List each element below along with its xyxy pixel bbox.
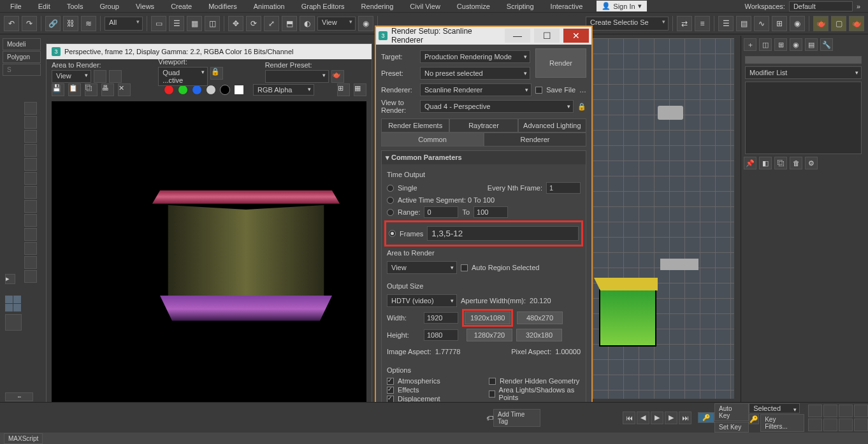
util4-icon[interactable] [24,242,37,255]
nth-frame-spinner[interactable]: 1 [546,182,581,194]
tab-s[interactable]: S [3,64,41,76]
object-color-swatch[interactable] [745,56,862,64]
tab-polygon[interactable]: Polygon [3,51,41,63]
mono-channel-toggle[interactable] [220,85,230,95]
unlink-button[interactable]: ⛓ [63,16,78,31]
util5-icon[interactable] [24,256,37,269]
mirror-button[interactable]: ⇄ [677,16,692,31]
max-toggle-icon[interactable] [854,419,868,431]
size-preset-dropdown[interactable]: HDTV (video) [387,294,457,307]
align-button[interactable]: ≡ [695,16,710,31]
lights-icon[interactable] [24,130,37,143]
tab-common[interactable]: Common [381,132,484,147]
pan-icon[interactable] [808,405,822,417]
renderer-dropdown[interactable]: Scanline Renderer [420,83,532,96]
toggle-ui-button[interactable]: ⊞ [337,83,350,96]
key-mode-toggle[interactable]: 🔑 [698,412,714,423]
systems-icon[interactable] [24,186,37,199]
render-setup-button[interactable]: 🫖 [813,16,828,31]
height-spinner[interactable]: 1080 [424,329,458,341]
save-file-checkbox[interactable] [535,87,542,94]
cameras-icon[interactable] [24,144,37,157]
key-filters-button[interactable]: Key Filters... [760,414,804,432]
menu-file[interactable]: File [3,1,29,11]
cb-displacement[interactable] [387,396,394,403]
swatch-toggle[interactable] [234,85,244,95]
undo-button[interactable]: ↶ [4,16,19,31]
radio-range[interactable] [387,209,394,216]
red-channel-toggle[interactable] [164,85,174,95]
menu-tools[interactable]: Tools [59,1,91,11]
frames-input[interactable] [427,226,579,241]
teapot-render-icon[interactable]: 🫖 [331,70,344,83]
viewport-area[interactable] [593,38,734,399]
maximize-button[interactable]: ☐ [534,29,560,43]
green-channel-toggle[interactable] [178,85,188,95]
modifier-list-dropdown[interactable]: Modifier List [745,66,862,79]
curve-editor-button[interactable]: ∿ [754,16,769,31]
mini-bar-1[interactable]: ┉ [5,392,33,401]
scene-object-box[interactable] [599,289,656,347]
rf-titlebar[interactable]: 3 Perspective, frame 12, Display Gamma: … [47,44,372,59]
selection-filter-dropdown[interactable]: All [105,17,143,31]
preset-480x270[interactable]: 480x270 [517,312,563,324]
remove-modifier-icon[interactable]: 🗑 [790,157,802,169]
sign-in-button[interactable]: 👤 Sign In ▾ [597,1,646,11]
menu-create[interactable]: Create [163,1,199,11]
zoom-icon[interactable] [823,405,837,417]
util1-icon[interactable] [24,200,37,213]
preset-1280x720[interactable]: 1280x720 [467,329,512,341]
radio-single[interactable] [387,185,394,192]
set-key-icon[interactable]: 🔑 [749,414,759,424]
schematic-view-button[interactable]: ⊞ [772,16,787,31]
tab-raytracer[interactable]: Raytracer [449,118,517,132]
print-img-button[interactable]: 🖶 [101,83,114,96]
utilities-panel-icon[interactable]: 🔧 [820,38,833,51]
viewport-layout-other[interactable] [5,314,22,331]
select-by-name-button[interactable]: ☰ [169,16,184,31]
range-from-spinner[interactable]: 0 [424,206,458,218]
menu-interactive[interactable]: Interactive [543,1,591,11]
area-to-render-dropdown[interactable]: View [52,70,91,83]
menu-modifiers[interactable]: Modifiers [201,1,245,11]
util3-icon[interactable] [24,228,37,241]
window-crossing-button[interactable]: ◫ [205,16,220,31]
lock-viewport-button[interactable]: 🔒 [210,67,223,80]
auto-region-checkbox[interactable] [461,264,468,271]
edit-region-button[interactable] [94,70,106,83]
use-pivot-button[interactable]: ◉ [358,16,373,31]
expand-arrow-icon[interactable]: ▸ [5,274,15,284]
circle-icon[interactable] [24,102,37,115]
placement-button[interactable]: ⬒ [282,16,297,31]
spacewarps-icon[interactable] [24,172,37,185]
create-panel-icon[interactable]: ＋ [744,38,756,51]
overlay-button[interactable]: ▦ [354,83,366,96]
menu-graph-editors[interactable]: Graph Editors [294,1,352,11]
shapes-icon[interactable] [24,116,37,129]
add-time-tag-button[interactable]: Add Time Tag [493,409,540,427]
radio-active-segment[interactable] [387,197,394,204]
blue-channel-toggle[interactable] [192,85,202,95]
menu-group[interactable]: Group [92,1,127,11]
walk-icon[interactable] [839,419,853,431]
link-button[interactable]: 🔗 [45,16,61,31]
motion-panel-icon[interactable]: ◉ [790,38,802,51]
workspaces-dropdown[interactable]: Default [789,1,853,11]
render-frame-button[interactable]: ▢ [831,16,846,31]
prev-frame-button[interactable]: ◀ [637,412,649,424]
modify-panel-icon[interactable]: ◫ [759,38,772,51]
tab-render-elements[interactable]: Render Elements [381,118,449,132]
render-production-button[interactable]: 🫖 [849,16,864,31]
goto-end-button[interactable]: ⏭ [679,412,691,424]
time-tag-icon[interactable]: 🏷 [486,414,493,422]
configure-sets-icon[interactable]: ⚙ [805,157,818,169]
render-preset-dropdown[interactable] [265,70,329,83]
radio-frames[interactable] [389,230,396,237]
bind-space-warp-button[interactable]: ≋ [81,16,96,31]
save-img-button[interactable]: 💾 [52,83,64,96]
rectangle-select-button[interactable]: ▦ [187,16,202,31]
range-to-spinner[interactable]: 100 [474,206,508,218]
display-channel-dropdown[interactable]: RGB Alpha [253,84,314,96]
set-key-button[interactable]: Set Key [714,422,749,433]
cb-atmospherics[interactable] [387,378,394,385]
